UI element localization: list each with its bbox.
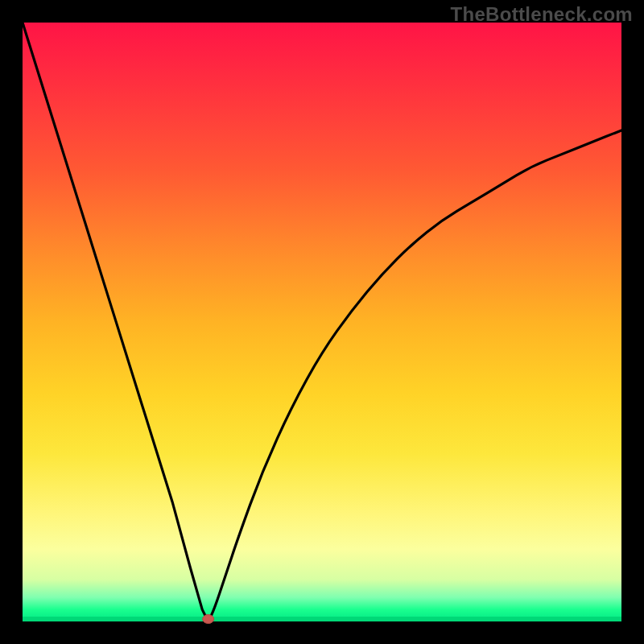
bottleneck-curve-svg <box>23 23 621 621</box>
plot-area <box>23 23 621 621</box>
chart-frame: TheBottleneck.com <box>0 0 644 644</box>
bottleneck-curve-path <box>23 23 621 621</box>
minimum-marker <box>203 615 214 624</box>
